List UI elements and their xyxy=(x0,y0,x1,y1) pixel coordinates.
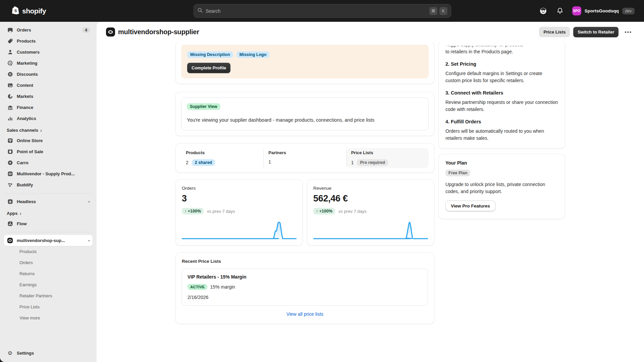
your-plan-card: Your Plan Free Plan Upgrade to unlock pr… xyxy=(439,154,565,219)
sidebar-subitem-returns[interactable]: Returns xyxy=(4,268,93,279)
missing-description-badge: Missing Description xyxy=(187,51,233,58)
stat-partners: Partners 1 xyxy=(264,148,346,168)
sidebar-item-flow[interactable]: Flow xyxy=(4,218,93,229)
recent-price-lists-card: Recent Price Lists VIP Retailers - 15% M… xyxy=(176,253,434,324)
sidebar-item-multivendorshop-supplier[interactable]: multivendorshop-sup... • xyxy=(4,235,93,246)
supplier-view-card: Supplier View You're viewing your suppli… xyxy=(176,92,434,136)
svg-text:S: S xyxy=(14,9,17,13)
orders-value: 3 xyxy=(182,193,297,204)
search-bar[interactable]: ⌘ K xyxy=(194,4,451,18)
sidebar-subitem-view-more[interactable]: View more xyxy=(4,312,93,323)
switch-to-retailer-button[interactable]: Switch to Retailer xyxy=(573,27,619,37)
sidebar-item-multivendor[interactable]: Multivendor - Supply Prod... xyxy=(4,168,93,179)
supplier-view-badge: Supplier View xyxy=(187,103,220,110)
step4-text: Orders will be automatically routed to y… xyxy=(445,128,558,142)
search-input[interactable] xyxy=(206,8,427,14)
sidebar-item-buddify[interactable]: Buddify xyxy=(4,179,93,190)
step1-text: to retailers in the Products page. xyxy=(445,48,558,55)
person-icon xyxy=(7,49,13,56)
sidebar-subitem-orders[interactable]: Orders xyxy=(4,257,93,268)
price-list-date: 2/16/2026 xyxy=(187,295,422,300)
plan-title: Your Plan xyxy=(445,160,558,166)
sidebar-subitem-earnings[interactable]: Earnings xyxy=(4,279,93,290)
orders-sparkline-chart xyxy=(182,219,297,241)
top-bar: S shopify ⌘ K SPO SportsGoodsqq dev xyxy=(0,0,644,22)
view-all-price-lists-link[interactable]: View all price lists xyxy=(286,311,323,317)
tag-icon xyxy=(7,38,13,45)
missing-logo-badge: Missing Logo xyxy=(236,51,270,58)
free-plan-badge: Free Plan xyxy=(445,170,470,176)
price-list-margin: 15% margin xyxy=(210,284,235,290)
notifications-bell-icon[interactable] xyxy=(555,6,565,16)
shared-badge: 2 shared xyxy=(192,159,215,166)
revenue-metric-card: Revenue 562,46 € ↑ +100% vs prev 7 days xyxy=(307,180,434,245)
active-app-dot: • xyxy=(88,238,90,243)
sidebar-item-markets[interactable]: $ Markets xyxy=(4,91,93,102)
step2-text: Configure default margins in Settings or… xyxy=(445,70,558,84)
multivendor-ring-icon xyxy=(7,171,13,177)
more-actions-button[interactable]: ••• xyxy=(622,27,635,37)
products-count: 2 xyxy=(186,160,189,165)
sidebar-item-carro[interactable]: Carro xyxy=(4,157,93,168)
step2-heading: 2. Set Pricing xyxy=(445,61,558,67)
orders-count-badge: 4 xyxy=(82,27,90,33)
sidebar-item-settings[interactable]: ⚙ Settings xyxy=(4,348,93,359)
sidekick-icon[interactable] xyxy=(539,6,548,16)
orders-metric-card: Orders 3 ↑ +100% vs prev 7 days xyxy=(176,180,303,245)
share-nodes-icon xyxy=(7,182,13,188)
user-avatar: SPO xyxy=(572,6,581,15)
k-key: K xyxy=(439,7,447,15)
carro-star-icon xyxy=(7,160,13,166)
sidebar-subitem-products[interactable]: Products xyxy=(4,246,93,257)
price-lists-count: 1 xyxy=(351,160,354,165)
recent-price-lists-title: Recent Price Lists xyxy=(182,259,428,264)
stat-price-lists: Price Lists 1 Pro required xyxy=(346,148,429,168)
page-title: multivendorshop-supplier xyxy=(118,28,199,36)
sidebar-item-content[interactable]: Content xyxy=(4,80,93,91)
sidebar-item-online-store[interactable]: Online Store xyxy=(4,135,93,146)
cmd-key: ⌘ xyxy=(429,7,437,15)
step3-text: Review partnership requests or share you… xyxy=(445,99,558,113)
sidebar-subitem-retailer-partners[interactable]: Retailer Partners xyxy=(4,290,93,301)
shopify-wordmark: shopify xyxy=(22,7,46,15)
sidebar-item-products[interactable]: Products xyxy=(4,36,93,47)
sidebar-divider xyxy=(5,232,91,232)
user-menu[interactable]: SPO SportsGoodsqq dev xyxy=(572,6,635,15)
sidebar-item-discounts[interactable]: Discounts xyxy=(4,69,93,80)
flow-nodes-icon xyxy=(7,221,13,227)
sidebar-item-finance[interactable]: Finance xyxy=(4,102,93,113)
complete-profile-button[interactable]: Complete Profile xyxy=(187,63,230,73)
bar-chart-icon xyxy=(7,115,13,122)
revenue-sparkline-chart xyxy=(313,219,428,241)
price-list-item[interactable]: VIP Retailers - 15% Margin ACTIVE 15% ma… xyxy=(182,268,428,306)
app-frame: Orders 4 Products Customers Marketing Di… xyxy=(0,22,644,362)
clipped-text-line: Toggle supply availability for products xyxy=(445,46,558,48)
profile-alert-card: Missing Description Missing Logo Complet… xyxy=(176,42,434,84)
sidebar-subitem-price-lists[interactable]: Price Lists xyxy=(4,301,93,312)
sidebar-item-analytics[interactable]: Analytics xyxy=(4,113,93,124)
app-title-icon xyxy=(106,27,115,37)
stats-card: Products 2 2 shared Partners 1 xyxy=(176,143,434,173)
apps-header[interactable]: Apps › xyxy=(4,207,93,218)
partners-count: 1 xyxy=(268,159,271,165)
shopify-bag-icon: S xyxy=(12,6,20,16)
sidebar-item-headless[interactable]: Headless • xyxy=(4,196,93,207)
chevron-right-icon: › xyxy=(20,210,21,216)
orders-delta-badge: ↑ +100% xyxy=(182,208,204,215)
sidebar-item-marketing[interactable]: Marketing xyxy=(4,58,93,69)
dev-badge: dev xyxy=(622,8,635,14)
sales-channels-header[interactable]: Sales channels › xyxy=(4,124,93,135)
user-name: SportsGoodsqq xyxy=(585,8,619,13)
sidebar: Orders 4 Products Customers Marketing Di… xyxy=(0,22,97,362)
price-lists-button[interactable]: Price Lists xyxy=(539,27,570,37)
active-status-badge: ACTIVE xyxy=(187,284,207,290)
pro-required-badge: Pro required xyxy=(357,159,388,166)
sidebar-item-point-of-sale[interactable]: Point of Sale xyxy=(4,146,93,157)
setup-steps-card: Toggle supply availability for products … xyxy=(439,42,565,148)
shopify-logo[interactable]: S shopify xyxy=(12,6,46,16)
view-pro-features-button[interactable]: View Pro Features xyxy=(445,200,495,212)
sidebar-item-customers[interactable]: Customers xyxy=(4,47,93,58)
plan-description: Upgrade to unlock price lists, private c… xyxy=(445,181,558,195)
orders-icon xyxy=(7,27,13,34)
sidebar-item-orders[interactable]: Orders 4 xyxy=(4,24,93,36)
